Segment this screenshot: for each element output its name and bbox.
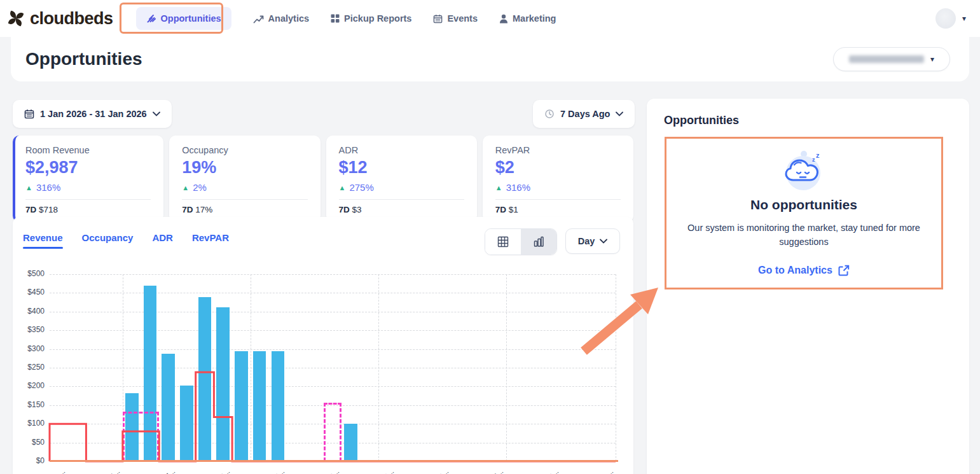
- kpi-delta: 316%: [506, 182, 530, 193]
- y-axis-tick-label: $50: [14, 438, 45, 447]
- brand-name: cloudbeds: [30, 9, 113, 29]
- chevron-down-icon: [153, 111, 160, 116]
- chart-metric-tabs: RevenueOccupancyADRRevPAR: [23, 232, 229, 249]
- revenue-bar-chart: $0$50$100$150$200$250$300$350$400$450$50…: [50, 274, 616, 461]
- x-axis-tick-label: 10...: [185, 468, 231, 474]
- y-axis-tick-label: $150: [14, 400, 45, 409]
- kpi-value: $2,987: [25, 158, 151, 178]
- bar-chart-view-button[interactable]: [521, 229, 556, 254]
- annotation-box-empty-state: z z No opportunities Our system is monit…: [665, 137, 943, 289]
- interval-dropdown[interactable]: Day: [565, 228, 620, 254]
- kpi-value: $12: [339, 158, 464, 178]
- page-header: Opportunities ▾: [11, 37, 969, 81]
- kpi-card-room-revenue[interactable]: Room Revenue$2,987▲316%7D $718: [13, 136, 163, 222]
- pickup-reports-icon: [331, 14, 340, 23]
- go-to-analytics-label: Go to Analytics: [758, 265, 832, 276]
- date-range-picker[interactable]: 1 Jan 2026 - 31 Jan 2026: [13, 100, 172, 128]
- external-link-icon: [838, 265, 850, 276]
- kpi-delta: 275%: [349, 182, 373, 193]
- date-range-label: 1 Jan 2026 - 31 Jan 2026: [40, 109, 147, 119]
- nav-item-events[interactable]: Events: [433, 13, 478, 24]
- go-to-analytics-link[interactable]: Go to Analytics: [758, 265, 850, 276]
- y-axis-tick-label: $200: [14, 381, 45, 390]
- table-view-button[interactable]: [485, 229, 521, 254]
- x-axis-tick-label: 28...: [514, 468, 560, 474]
- kpi-card-occupancy[interactable]: Occupancy19%▲2%7D 17%: [169, 136, 320, 222]
- cloudbeds-pinwheel-icon: [6, 9, 25, 28]
- x-axis-tick-label: 19...: [349, 468, 395, 474]
- y-axis-tick-label: $0: [14, 456, 45, 465]
- empty-state-title: No opportunities: [750, 197, 857, 213]
- chevron-down-icon: [600, 239, 607, 244]
- nav-item-pickup-reports[interactable]: Pickup Reports: [331, 13, 411, 24]
- y-axis-tick-label: $300: [14, 344, 45, 353]
- delta-up-triangle-icon: ▲: [339, 184, 346, 192]
- comparison-period-dropdown[interactable]: 7 Days Ago: [533, 100, 635, 128]
- opportunities-icon: [146, 13, 156, 24]
- analytics-icon: [253, 14, 264, 24]
- delta-up-triangle-icon: ▲: [495, 184, 502, 192]
- nav-item-marketing[interactable]: Marketing: [499, 13, 556, 24]
- kpi-seven-day: 7D $3: [339, 205, 464, 214]
- kpi-delta: 316%: [36, 182, 60, 193]
- kpi-label: RevPAR: [495, 145, 621, 155]
- kpi-cards-row: Room Revenue$2,987▲316%7D $718Occupancy1…: [13, 136, 633, 222]
- nav-item-opportunities[interactable]: Opportunities: [136, 7, 231, 30]
- x-axis-tick-label: 22...: [404, 468, 450, 474]
- tab-occupancy[interactable]: Occupancy: [82, 232, 134, 249]
- kpi-value: 19%: [182, 158, 307, 178]
- nav-item-label: Pickup Reports: [344, 13, 411, 24]
- avatar-caret-down-icon[interactable]: ▾: [962, 14, 966, 23]
- kpi-seven-day: 7D $1: [495, 205, 621, 214]
- tab-revpar[interactable]: RevPAR: [192, 232, 229, 249]
- x-axis-tick-label: 7...: [130, 468, 176, 474]
- empty-state-message: Our system is monitoring the market, sta…: [679, 221, 928, 249]
- avatar[interactable]: [935, 8, 956, 29]
- kpi-seven-day: 7D $718: [25, 205, 151, 214]
- x-axis-tick-label: 1...: [21, 468, 67, 474]
- kpi-card-adr[interactable]: ADR$12▲275%7D $3: [326, 136, 477, 222]
- cloudbeds-logo[interactable]: cloudbeds: [6, 9, 113, 29]
- nav-item-label: Opportunities: [161, 13, 221, 24]
- kpi-label: Room Revenue: [25, 145, 151, 155]
- nav-item-label: Analytics: [268, 13, 309, 24]
- nav-items: OpportunitiesAnalyticsPickup ReportsEven…: [136, 7, 556, 30]
- view-toggle: [485, 228, 557, 255]
- table-view-icon: [497, 236, 509, 247]
- nav-item-analytics[interactable]: Analytics: [253, 13, 309, 24]
- tab-adr[interactable]: ADR: [152, 232, 173, 249]
- x-axis-tick-label: 4...: [76, 468, 121, 474]
- chart-card: RevenueOccupancyADRRevPAR: [13, 217, 633, 474]
- x-gridline: [616, 274, 616, 461]
- comparison-step-line: [50, 274, 616, 461]
- kpi-card-revpar[interactable]: RevPAR$2▲316%7D $1: [483, 136, 633, 222]
- opportunities-panel: Opportunities z z No opportunities Our s…: [647, 99, 969, 474]
- history-clock-icon: [544, 109, 555, 119]
- blurred-property-name: [849, 55, 924, 63]
- interval-label: Day: [578, 236, 595, 246]
- chevron-down-icon: [616, 111, 623, 116]
- delta-up-triangle-icon: ▲: [25, 184, 32, 192]
- kpi-label: ADR: [339, 145, 464, 155]
- tab-revenue[interactable]: Revenue: [23, 232, 63, 249]
- delta-up-triangle-icon: ▲: [182, 184, 189, 192]
- bar-chart-view-icon: [533, 236, 544, 247]
- x-axis-tick-label: 31...: [569, 468, 614, 474]
- comparison-label: 7 Days Ago: [560, 109, 610, 119]
- svg-text:z: z: [816, 151, 820, 159]
- y-axis-tick-label: $350: [14, 325, 45, 334]
- y-axis-tick-label: $450: [14, 288, 45, 296]
- x-axis-tick-label: 16...: [294, 468, 340, 474]
- opportunities-panel-title: Opportunities: [664, 114, 969, 127]
- sleeping-cloud-icon: z z: [779, 149, 829, 191]
- x-axis-tick-label: 13...: [240, 468, 286, 474]
- x-axis-tick-label: 25...: [459, 468, 505, 474]
- y-axis-tick-label: $100: [14, 419, 45, 428]
- property-selector-dropdown[interactable]: ▾: [833, 47, 950, 71]
- kpi-seven-day: 7D 17%: [182, 205, 307, 214]
- nav-item-label: Events: [447, 13, 478, 24]
- page-title: Opportunities: [25, 49, 142, 69]
- events-icon: [433, 14, 443, 24]
- x-axis-baseline: [50, 460, 618, 462]
- chevron-down-icon: ▾: [930, 55, 934, 64]
